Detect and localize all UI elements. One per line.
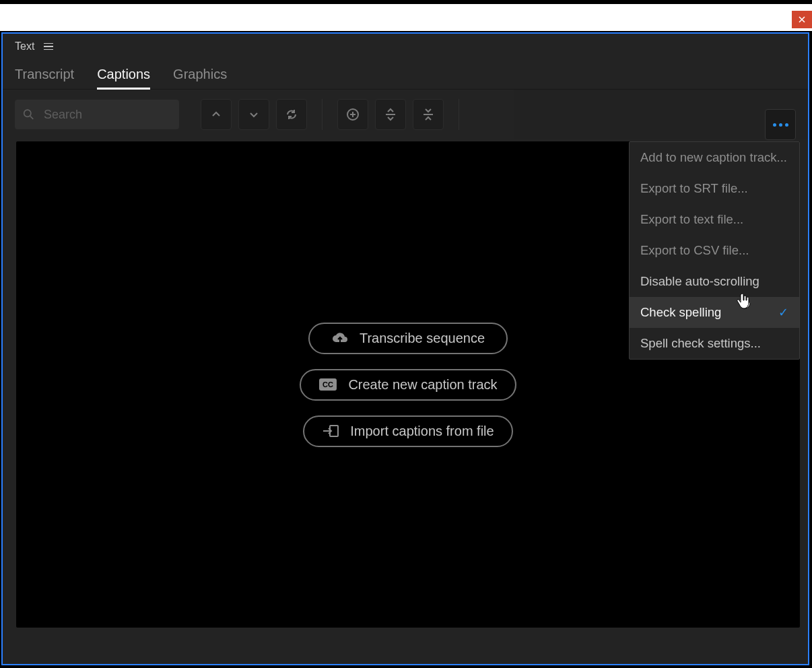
text-panel: Text Transcript Captions Graphics	[1, 32, 809, 665]
svg-line-1	[30, 116, 33, 119]
check-icon: ✓	[778, 305, 788, 320]
search-field[interactable]	[15, 100, 179, 129]
chevron-up-icon	[211, 109, 222, 120]
panel-titlebar: Text	[3, 34, 808, 59]
next-caption-button[interactable]	[238, 99, 269, 130]
toolbar-divider	[322, 99, 323, 130]
plus-circle-icon	[346, 108, 360, 121]
chevron-down-icon	[248, 109, 259, 120]
menu-add-to-track-label: Add to new caption track...	[640, 150, 787, 165]
menu-disable-autoscroll[interactable]: Disable auto-scrolling	[630, 266, 799, 297]
transcribe-sequence-button[interactable]: Transcribe sequence	[308, 323, 508, 354]
search-icon	[23, 108, 34, 121]
import-icon	[322, 424, 339, 438]
toolbar-divider-2	[459, 99, 459, 130]
create-caption-track-label: Create new caption track	[348, 377, 497, 393]
cc-icon: CC	[318, 378, 337, 391]
captions-toolbar	[3, 90, 808, 139]
cloud-upload-icon	[331, 331, 349, 345]
split-icon	[384, 108, 397, 121]
svg-point-0	[24, 110, 31, 116]
close-button[interactable]	[792, 11, 812, 28]
split-caption-button[interactable]	[375, 99, 406, 130]
close-icon	[799, 16, 805, 23]
menu-spellcheck-settings-label: Spell check settings...	[640, 336, 761, 351]
create-caption-track-button[interactable]: CC Create new caption track	[300, 369, 516, 401]
panel-menu-icon[interactable]	[44, 43, 53, 51]
window-white-strip	[0, 4, 812, 31]
transcribe-sequence-label: Transcribe sequence	[360, 331, 485, 346]
menu-export-text-label: Export to text file...	[640, 212, 743, 227]
tab-captions[interactable]: Captions	[97, 67, 150, 89]
svg-text:CC: CC	[323, 380, 333, 389]
search-input[interactable]	[42, 107, 171, 123]
replace-button[interactable]	[276, 99, 307, 130]
menu-export-text[interactable]: Export to text file...	[630, 204, 799, 235]
import-captions-label: Import captions from file	[350, 424, 494, 439]
menu-check-spelling-label: Check spelling	[640, 305, 721, 320]
add-caption-button[interactable]	[337, 99, 368, 130]
panel-title: Text	[15, 40, 34, 53]
import-captions-button[interactable]: Import captions from file	[303, 415, 512, 447]
menu-export-srt[interactable]: Export to SRT file...	[630, 173, 799, 204]
merge-icon	[421, 108, 435, 121]
menu-export-csv[interactable]: Export to CSV file...	[630, 235, 799, 266]
menu-export-srt-label: Export to SRT file...	[640, 181, 748, 196]
menu-check-spelling[interactable]: Check spelling ✓	[630, 297, 799, 328]
more-options-menu: Add to new caption track... Export to SR…	[629, 141, 800, 360]
tab-graphics[interactable]: Graphics	[173, 67, 227, 89]
menu-export-csv-label: Export to CSV file...	[640, 243, 749, 258]
tab-transcript[interactable]: Transcript	[15, 67, 74, 89]
tab-bar: Transcript Captions Graphics	[3, 59, 808, 90]
merge-caption-button[interactable]	[413, 99, 444, 130]
refresh-icon	[285, 108, 298, 121]
prev-caption-button[interactable]	[201, 99, 232, 130]
menu-disable-autoscroll-label: Disable auto-scrolling	[640, 274, 759, 289]
menu-spellcheck-settings[interactable]: Spell check settings...	[630, 328, 799, 359]
more-options-button[interactable]	[765, 109, 796, 140]
menu-add-to-track[interactable]: Add to new caption track...	[630, 142, 799, 173]
